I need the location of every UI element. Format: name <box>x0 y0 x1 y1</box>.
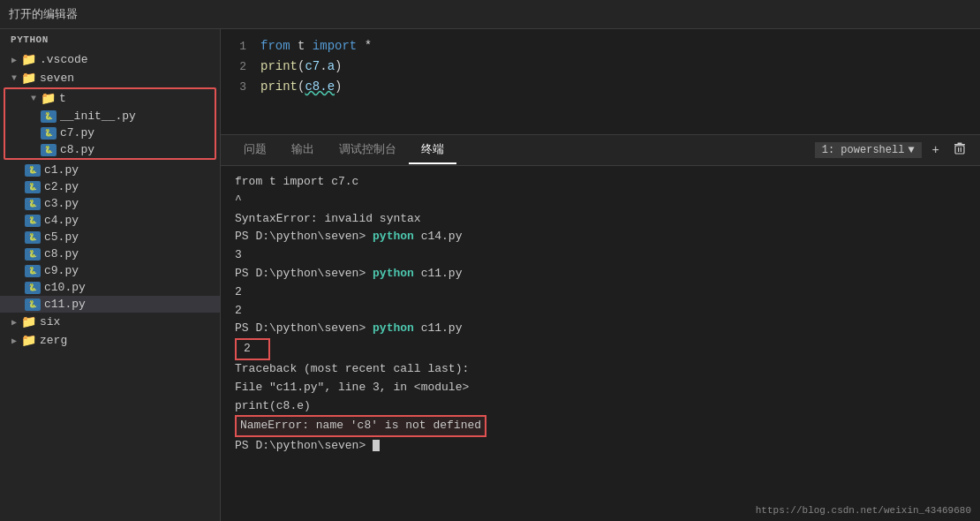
line-number: 3 <box>221 80 260 94</box>
shell-selector[interactable]: 1: powershell ▼ <box>815 142 922 158</box>
sidebar-item-vscode[interactable]: ▶ 📁 .vscode <box>0 50 220 69</box>
tab-output[interactable]: 输出 <box>279 136 327 164</box>
py-icon: 🐍 <box>25 198 41 210</box>
sidebar-item-c8b[interactable]: 🐍 c8.py <box>0 245 220 262</box>
sidebar-label-init: __init__.py <box>60 109 136 123</box>
term-line: PS D:\python\seven> python c11.py <box>235 265 966 283</box>
svg-rect-2 <box>961 147 961 152</box>
term-line: print(c8.e) <box>235 397 966 416</box>
py-icon: 🐍 <box>25 231 41 244</box>
sidebar-label-zerg: zerg <box>40 334 67 347</box>
py-icon: 🐍 <box>25 298 41 311</box>
sidebar-item-seven[interactable]: ▼ 📁 seven <box>0 69 220 87</box>
sidebar-item-c10[interactable]: 🐍 c10.py <box>0 279 220 296</box>
sidebar-label-t: t <box>59 92 66 105</box>
term-line: PS D:\python\seven> python c14.py <box>235 228 966 246</box>
term-line: 3 <box>235 246 966 265</box>
sidebar-item-c5[interactable]: 🐍 c5.py <box>0 229 220 245</box>
arrow-icon: ▶ <box>7 336 21 346</box>
sidebar-label-vscode: .vscode <box>40 53 88 66</box>
arrow-icon: ▼ <box>26 94 41 103</box>
term-line: PS D:\python\seven> <box>235 437 966 456</box>
sidebar-item-c9[interactable]: 🐍 c9.py <box>0 262 220 279</box>
sidebar-item-c2[interactable]: 🐍 c2.py <box>0 178 220 195</box>
folder-icon: 📁 <box>21 71 36 86</box>
py-icon: 🐍 <box>25 215 41 227</box>
sidebar-item-init[interactable]: 🐍 __init__.py <box>5 108 215 125</box>
arrow-icon: ▶ <box>7 317 21 328</box>
sidebar-item-t[interactable]: ▼ 📁 t <box>5 89 215 108</box>
svg-rect-1 <box>958 147 959 152</box>
term-line: 2 <box>235 283 966 302</box>
sidebar-item-six[interactable]: ▶ 📁 six <box>0 313 220 331</box>
tab-terminal[interactable]: 终端 <box>409 136 456 164</box>
sidebar-label-c11: c11.py <box>44 298 86 311</box>
sidebar-item-zerg[interactable]: ▶ 📁 zerg <box>0 331 220 350</box>
code-editor: 1 from t import * 2 print(c7.a) 3 print(… <box>221 29 980 135</box>
term-line: Traceback (most recent call last): <box>235 360 966 379</box>
sidebar: PYTHON ▶ 📁 .vscode ▼ 📁 seven ▼ 📁 t <box>0 29 221 521</box>
code-line-3: 3 print(c8.e) <box>221 77 980 97</box>
code-content-3: print(c8.e) <box>260 78 980 96</box>
delete-terminal-button[interactable] <box>950 140 969 160</box>
arrow-icon: ▶ <box>7 55 21 65</box>
sidebar-label-c2: c2.py <box>44 180 79 193</box>
py-icon: 🐍 <box>41 127 57 140</box>
code-content-2: print(c7.a) <box>260 57 980 76</box>
py-icon: 🐍 <box>25 248 41 260</box>
code-line-2: 2 print(c7.a) <box>221 57 980 77</box>
sidebar-item-c7[interactable]: 🐍 c7.py <box>5 125 215 141</box>
term-line: PS D:\python\seven> python c11.py <box>235 320 966 338</box>
py-icon: 🐍 <box>41 110 57 123</box>
py-icon: 🐍 <box>25 282 41 294</box>
highlighted-t-folder: ▼ 📁 t 🐍 __init__.py 🐍 c7.py 🐍 c8.py <box>4 87 216 160</box>
sidebar-item-c11[interactable]: 🐍 c11.py <box>0 296 220 313</box>
sidebar-label-c4: c4.py <box>44 214 79 227</box>
arrow-icon: ▼ <box>7 73 21 83</box>
folder-icon: 📁 <box>41 91 56 106</box>
sidebar-label-c5: c5.py <box>44 230 79 244</box>
terminal-tabs: 问题 输出 调试控制台 终端 1: powershell ▼ + <box>221 135 980 166</box>
term-line: ^ <box>235 192 966 210</box>
trash-icon <box>954 142 966 155</box>
sidebar-label-c3: c3.py <box>44 197 79 210</box>
term-error-line: NameError: name 'c8' is not defined <box>235 415 966 437</box>
terminal-right: 1: powershell ▼ + <box>815 140 969 160</box>
svg-rect-4 <box>958 143 962 145</box>
watermark: https://blog.csdn.net/weixin_43469680 <box>756 505 971 516</box>
py-icon: 🐍 <box>25 265 41 277</box>
term-line: 2 <box>235 302 966 321</box>
term-line: SyntaxError: invalid syntax <box>235 210 966 229</box>
svg-rect-0 <box>955 146 964 154</box>
sidebar-item-c8[interactable]: 🐍 c8.py <box>5 141 215 158</box>
tab-debug[interactable]: 调试控制台 <box>327 136 409 164</box>
term-line: from t import c7.c <box>235 173 966 192</box>
top-bar-title: 打开的编辑器 <box>9 6 78 22</box>
editor-area: 1 from t import * 2 print(c7.a) 3 print(… <box>221 29 980 521</box>
py-icon: 🐍 <box>25 164 41 177</box>
line-number: 2 <box>221 60 260 73</box>
sidebar-label-six: six <box>40 315 60 328</box>
add-terminal-button[interactable]: + <box>929 141 943 159</box>
terminal-content[interactable]: from t import c7.c ^ SyntaxError: invali… <box>221 166 980 521</box>
py-icon: 🐍 <box>25 181 41 193</box>
term-highlighted-line: 2 <box>235 338 966 360</box>
sidebar-label-seven: seven <box>40 72 74 85</box>
code-line-1: 1 from t import * <box>221 36 980 57</box>
folder-icon: 📁 <box>21 333 36 348</box>
sidebar-item-c4[interactable]: 🐍 c4.py <box>0 212 220 229</box>
code-content-1: from t import * <box>260 37 980 56</box>
tab-problems[interactable]: 问题 <box>231 136 279 164</box>
sidebar-label-c7: c7.py <box>60 126 94 140</box>
sidebar-item-c3[interactable]: 🐍 c3.py <box>0 195 220 212</box>
dropdown-icon: ▼ <box>908 144 914 156</box>
sidebar-item-c1[interactable]: 🐍 c1.py <box>0 162 220 178</box>
folder-icon: 📁 <box>21 314 36 329</box>
sidebar-label-c1: c1.py <box>44 163 79 177</box>
sidebar-label-c8b: c8.py <box>44 247 79 260</box>
folder-icon: 📁 <box>21 52 36 67</box>
sidebar-label-c9: c9.py <box>44 264 79 277</box>
sidebar-section: PYTHON <box>0 29 220 50</box>
py-icon: 🐍 <box>41 144 57 156</box>
sidebar-label-c8: c8.py <box>60 143 94 156</box>
